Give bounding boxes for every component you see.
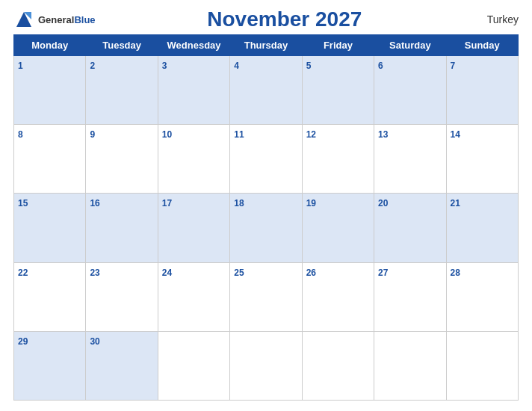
- day-number-2: 2: [90, 61, 95, 71]
- calendar-table: MondayTuesdayWednesdayThursdayFridaySatu…: [13, 34, 519, 401]
- day-number-25: 25: [234, 268, 244, 278]
- day-cell-28: 28: [446, 262, 518, 331]
- day-cell-15: 15: [14, 194, 86, 262]
- day-cell-12: 12: [302, 125, 374, 194]
- calendar-row-4: 22232425262728: [14, 262, 519, 331]
- day-cell-14: 14: [446, 125, 518, 194]
- top-bar: GeneralBlue November 2027 Turkey: [13, 7, 519, 31]
- day-cell-17: 17: [158, 194, 229, 262]
- day-cell-11: 11: [230, 125, 302, 194]
- weekday-header-thursday: Thursday: [230, 35, 302, 56]
- day-number-23: 23: [90, 268, 99, 278]
- day-number-13: 13: [378, 129, 388, 140]
- calendar-title: November 2027: [96, 7, 474, 31]
- day-cell-30: 30: [86, 331, 158, 400]
- day-number-8: 8: [18, 129, 23, 140]
- day-number-21: 21: [451, 198, 460, 208]
- day-cell-16: 16: [86, 194, 158, 262]
- day-cell-2: 2: [86, 56, 158, 125]
- logo-blue-text: Blue: [74, 15, 95, 25]
- day-cell-8: 8: [14, 125, 86, 194]
- day-cell-3: 3: [158, 56, 229, 125]
- day-number-15: 15: [18, 198, 28, 208]
- weekday-header-tuesday: Tuesday: [86, 35, 158, 56]
- empty-cell: [302, 331, 374, 400]
- day-number-22: 22: [18, 268, 28, 278]
- empty-cell: [374, 331, 446, 400]
- day-cell-1: 1: [14, 56, 86, 125]
- logo-text: GeneralBlue: [38, 15, 96, 25]
- day-number-14: 14: [451, 129, 460, 140]
- day-number-29: 29: [18, 336, 28, 347]
- day-cell-18: 18: [230, 194, 302, 262]
- day-cell-21: 21: [446, 194, 518, 262]
- weekday-header-friday: Friday: [302, 35, 374, 56]
- day-number-18: 18: [234, 198, 244, 208]
- day-cell-23: 23: [86, 262, 158, 331]
- calendar-row-5: 2930: [14, 331, 519, 400]
- logo: GeneralBlue: [13, 9, 96, 30]
- logo-general-text: General: [38, 15, 74, 25]
- day-number-5: 5: [306, 61, 312, 71]
- day-number-12: 12: [306, 129, 316, 140]
- day-number-28: 28: [451, 268, 460, 278]
- day-cell-19: 19: [302, 194, 374, 262]
- day-number-30: 30: [90, 336, 99, 347]
- day-cell-22: 22: [14, 262, 86, 331]
- day-cell-13: 13: [374, 125, 446, 194]
- day-number-11: 11: [234, 129, 244, 140]
- day-cell-6: 6: [374, 56, 446, 125]
- day-number-10: 10: [162, 129, 172, 140]
- day-number-24: 24: [162, 268, 172, 278]
- day-number-16: 16: [90, 198, 99, 208]
- day-cell-20: 20: [374, 194, 446, 262]
- day-cell-5: 5: [302, 56, 374, 125]
- day-cell-27: 27: [374, 262, 446, 331]
- day-cell-9: 9: [86, 125, 158, 194]
- day-number-9: 9: [90, 129, 95, 140]
- weekday-header-saturday: Saturday: [374, 35, 446, 56]
- day-cell-24: 24: [158, 262, 229, 331]
- weekday-header-monday: Monday: [14, 35, 86, 56]
- weekday-header-wednesday: Wednesday: [158, 35, 229, 56]
- day-cell-29: 29: [14, 331, 86, 400]
- day-cell-4: 4: [230, 56, 302, 125]
- weekday-header-row: MondayTuesdayWednesdayThursdayFridaySatu…: [14, 35, 519, 56]
- day-number-17: 17: [162, 198, 172, 208]
- day-number-4: 4: [234, 61, 239, 71]
- day-number-19: 19: [306, 198, 316, 208]
- day-number-26: 26: [306, 268, 316, 278]
- day-cell-25: 25: [230, 262, 302, 331]
- calendar-row-3: 15161718192021: [14, 194, 519, 262]
- calendar-row-1: 1234567: [14, 56, 519, 125]
- day-cell-10: 10: [158, 125, 229, 194]
- day-number-6: 6: [378, 61, 383, 71]
- day-cell-7: 7: [446, 56, 518, 125]
- day-number-1: 1: [18, 61, 23, 71]
- calendar-row-2: 891011121314: [14, 125, 519, 194]
- day-number-3: 3: [162, 61, 167, 71]
- day-number-20: 20: [378, 198, 388, 208]
- day-number-27: 27: [378, 268, 388, 278]
- empty-cell: [446, 331, 518, 400]
- generalblue-logo-icon: [13, 9, 34, 30]
- empty-cell: [230, 331, 302, 400]
- country-label: Turkey: [474, 13, 519, 25]
- weekday-header-sunday: Sunday: [446, 35, 518, 56]
- empty-cell: [158, 331, 229, 400]
- day-cell-26: 26: [302, 262, 374, 331]
- day-number-7: 7: [451, 61, 456, 71]
